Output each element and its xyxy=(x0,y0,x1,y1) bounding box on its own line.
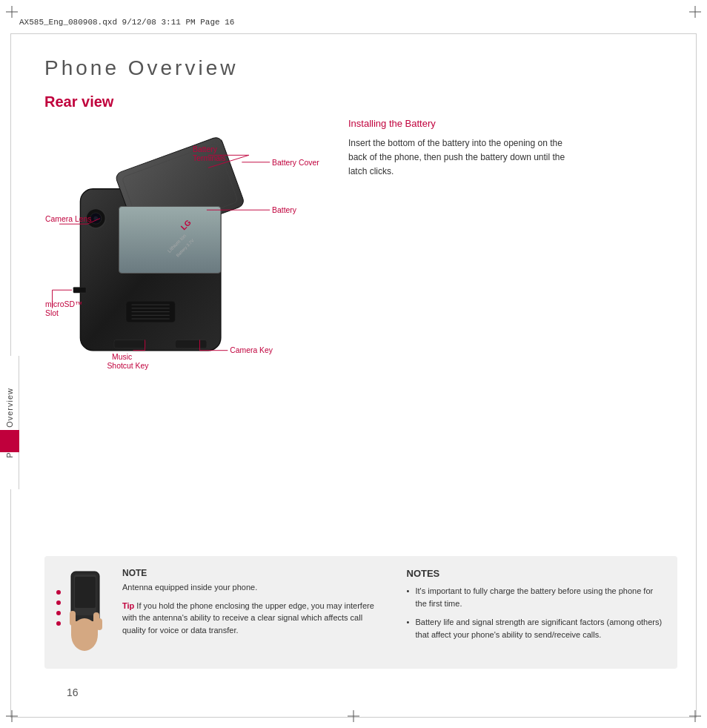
tip-body: If you hold the phone enclosing the uppe… xyxy=(122,601,374,635)
header-bar: AX585_Eng_080908.qxd 9/12/08 3:11 PM Pag… xyxy=(10,10,697,34)
svg-rect-15 xyxy=(73,287,86,293)
tip-label: Tip xyxy=(122,601,134,610)
main-content: Phone Overview Rear view xyxy=(22,34,692,713)
section-title: Rear view xyxy=(44,93,692,110)
note-title: NOTE xyxy=(122,568,382,578)
svg-rect-11 xyxy=(119,206,221,273)
corner-cross-tr xyxy=(689,6,701,18)
dot-2 xyxy=(56,600,61,605)
svg-text:Shotcut Key: Shotcut Key xyxy=(107,362,149,370)
svg-rect-51 xyxy=(70,611,76,626)
dot-3 xyxy=(56,611,61,615)
installing-body: Insert the bottom of the battery into th… xyxy=(348,136,571,179)
note-box: NOTE Antenna equipped inside your phone.… xyxy=(44,556,677,669)
page-title: Phone Overview xyxy=(44,56,692,80)
svg-text:Camera Lens: Camera Lens xyxy=(45,215,91,223)
notes-item-2: Battery life and signal strength are sig… xyxy=(407,616,666,641)
page-number: 16 xyxy=(67,686,79,698)
note-body: Antenna equipped inside your phone. xyxy=(122,581,382,594)
side-tab: Phone Overview xyxy=(0,356,19,489)
notes-section: NOTES It's important to fully charge the… xyxy=(392,568,666,657)
svg-text:microSD™: microSD™ xyxy=(45,300,82,308)
dot-4 xyxy=(56,621,61,626)
svg-rect-17 xyxy=(175,340,207,348)
notes-title: NOTES xyxy=(407,568,666,579)
diagram-svg: Lithium Ion Battery 3.7V LG xyxy=(37,133,348,400)
dot-1 xyxy=(56,590,61,595)
note-image-area xyxy=(56,568,112,657)
diagram-area: Lithium Ion Battery 3.7V LG xyxy=(37,133,348,400)
svg-text:Camera Key: Camera Key xyxy=(230,346,273,354)
installing-title: Installing the Battery xyxy=(348,118,692,129)
svg-text:Battery: Battery xyxy=(272,206,297,214)
note-dots xyxy=(56,590,61,626)
svg-text:Terminals: Terminals xyxy=(193,154,226,162)
content-layout: Lithium Ion Battery 3.7V LG xyxy=(22,118,692,400)
hand-phone-illustration xyxy=(56,568,112,657)
svg-text:Slot: Slot xyxy=(45,309,59,317)
svg-text:Music: Music xyxy=(112,353,132,361)
notes-item-1: It's important to fully charge the batte… xyxy=(407,585,666,610)
svg-rect-53 xyxy=(96,618,102,630)
note-text-content: NOTE Antenna equipped inside your phone.… xyxy=(122,568,382,657)
svg-text:Battery: Battery xyxy=(193,145,218,153)
corner-cross-tl xyxy=(6,6,18,18)
header-text: AX585_Eng_080908.qxd 9/12/08 3:11 PM Pag… xyxy=(19,18,234,27)
svg-rect-48 xyxy=(75,577,96,608)
svg-text:Battery Cover: Battery Cover xyxy=(272,159,319,167)
corner-cross-bl xyxy=(6,710,18,722)
svg-rect-16 xyxy=(114,340,146,348)
tip-text: Tip If you hold the phone enclosing the … xyxy=(122,600,382,637)
right-text-area: Installing the Battery Insert the bottom… xyxy=(333,118,692,179)
side-tab-marker xyxy=(0,430,19,452)
